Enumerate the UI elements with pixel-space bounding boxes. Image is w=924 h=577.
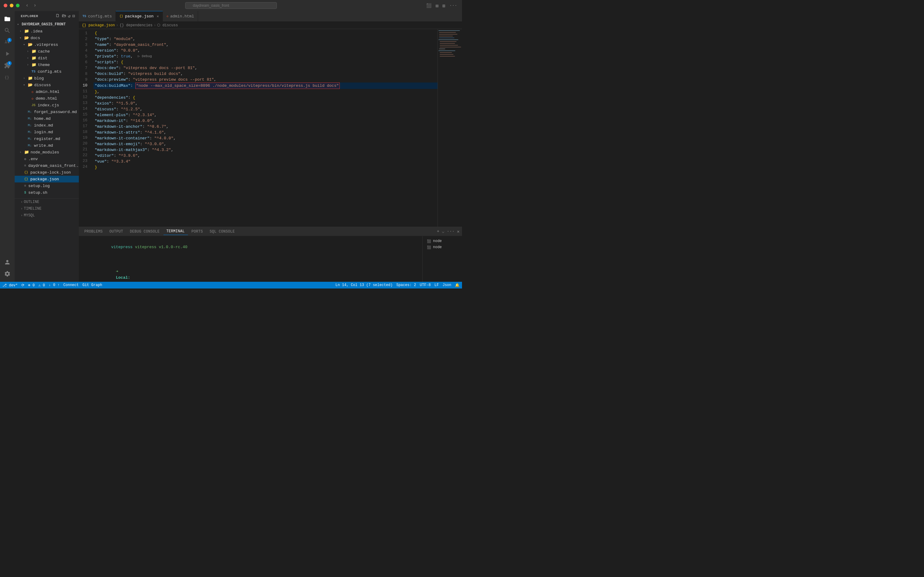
svg-rect-3 <box>439 34 457 34</box>
code-line-5: "private": true,▷ Debug <box>93 53 438 59</box>
terminal-split-icon[interactable]: ⌵ <box>442 229 444 234</box>
tab-terminal[interactable]: TERMINAL <box>163 228 188 235</box>
tree-item-index-md[interactable]: › M↓ index.md <box>14 122 79 129</box>
explorer-icon[interactable] <box>2 13 13 24</box>
breadcrumb-item-2[interactable]: {} dependencies <box>119 23 153 27</box>
tree-item-config-mts[interactable]: › TS config.mts <box>14 68 79 75</box>
minimize-button[interactable] <box>10 4 13 7</box>
breadcrumb-item-1[interactable]: {} package.json <box>82 23 115 27</box>
docs-folder-icon: 📂 <box>24 35 29 40</box>
layout-icon[interactable]: ▤ <box>435 2 439 9</box>
tree-item-write-md[interactable]: › M↓ write.md <box>14 142 79 149</box>
index-md-label: index.md <box>34 123 53 128</box>
new-file-icon[interactable]: 🗋 <box>55 13 60 19</box>
admin-html-label: admin.html <box>36 90 60 94</box>
git-publish[interactable]: ↓ 0 ↑ <box>48 283 60 287</box>
tree-item-node-modules[interactable]: › 📁 node_modules <box>14 149 79 156</box>
tree-item-blog[interactable]: › 📁 blog <box>14 75 79 82</box>
tab-admin-html[interactable]: ◇ admin.html <box>163 11 198 21</box>
add-terminal-icon[interactable]: + <box>437 229 439 234</box>
terminal-content[interactable]: vitepress vitepress v1.0.0-rc.40 ➜ Local… <box>79 236 422 282</box>
avatar-icon[interactable] <box>2 257 13 268</box>
tree-item-dist[interactable]: › 📁 dist <box>14 55 79 61</box>
tree-item-register-md[interactable]: › M↓ register.md <box>14 135 79 142</box>
breadcrumb-item-3[interactable]: ⬡ discuss <box>157 23 178 27</box>
code-line-17: "markdown-it-anchor": "^8.6.7", <box>93 124 438 130</box>
feedback-icon[interactable]: 🔔 <box>455 283 460 288</box>
line-endings[interactable]: LF <box>435 283 439 287</box>
panel-close-icon[interactable]: ✕ <box>457 229 460 234</box>
package-json-close-icon[interactable]: ✕ <box>157 14 159 19</box>
tab-config-mts[interactable]: TS config.mts <box>79 11 116 21</box>
mysql-panel[interactable]: › MYSQL <box>14 212 79 219</box>
tree-item-demo-html[interactable]: › ◇ demo.html <box>14 95 79 102</box>
line-num-15: 15 <box>79 111 89 118</box>
tree-item-forget-pwd[interactable]: › M↓ forget_password.md <box>14 108 79 115</box>
tree-item-log[interactable]: › ≡ daydream_oasis_front.log <box>14 162 79 169</box>
terminal-instance-1[interactable]: ⬛ node <box>425 238 460 244</box>
search-input[interactable] <box>185 2 277 9</box>
extensions-icon[interactable]: 1 <box>2 60 13 71</box>
connect-button[interactable]: Connect <box>63 283 79 287</box>
sidebar-toggle-icon[interactable]: ⬛ <box>425 2 433 9</box>
terminal-more-icon[interactable]: ··· <box>447 229 454 234</box>
tree-item-home-md[interactable]: › M↓ home.md <box>14 115 79 122</box>
code-content[interactable]: { "type": "module", "name": "daydream_oa… <box>91 29 438 227</box>
tab-output[interactable]: OUTPUT <box>106 228 126 235</box>
tree-item-env[interactable]: › ⚙ .env <box>14 156 79 162</box>
collapse-icon[interactable]: ⊟ <box>72 13 75 19</box>
panel-icon[interactable]: ▥ <box>441 2 446 9</box>
search-icon[interactable] <box>2 25 13 36</box>
forward-button[interactable]: › <box>32 2 38 9</box>
tab-debug-console[interactable]: DEBUG CONSOLE <box>127 228 163 235</box>
tree-item-theme[interactable]: › 📁 theme <box>14 61 79 68</box>
close-button[interactable] <box>4 4 7 7</box>
tree-item-package-lock[interactable]: › {} package-lock.json <box>14 169 79 176</box>
tree-item-docs[interactable]: ▾ 📂 docs <box>14 34 79 41</box>
back-button[interactable]: ‹ <box>24 2 30 9</box>
cursor-position[interactable]: Ln 14, Col 13 (7 selected) <box>335 283 393 287</box>
tree-item-setup-sh[interactable]: › $ setup.sh <box>14 189 79 196</box>
tree-root[interactable]: ▾ DAYDREAM_OASIS_FRONT <box>14 21 79 28</box>
tree-item-login-md[interactable]: › M↓ login.md <box>14 129 79 135</box>
git-sync[interactable]: ⟳ <box>21 283 24 288</box>
tree-item-package-json[interactable]: › {} package.json <box>14 176 79 182</box>
config-mts-tab-label: config.mts <box>88 14 112 19</box>
encoding-indicator[interactable]: UTF-8 <box>420 283 431 287</box>
git-branch[interactable]: ⎇ dev* <box>2 283 18 288</box>
source-control-icon[interactable]: 1 <box>2 37 13 48</box>
tab-sql-console[interactable]: SQL CONSOLE <box>206 228 238 235</box>
tab-ports[interactable]: PORTS <box>188 228 206 235</box>
tab-package-json[interactable]: {} package.json ✕ <box>116 11 163 21</box>
json-icon[interactable]: {} <box>2 71 13 82</box>
settings-icon[interactable] <box>2 268 13 279</box>
tree-item-vitepress[interactable]: ▾ 📂 .vitepress <box>14 41 79 48</box>
tree-item-index-cjs[interactable]: › JS index.cjs <box>14 102 79 108</box>
line-numbers: 123456789101112131415161718192021222324 <box>79 29 91 227</box>
maximize-button[interactable] <box>16 4 19 7</box>
outline-panel[interactable]: › OUTLINE <box>14 199 79 205</box>
warnings-count[interactable]: ⚠ 0 <box>39 283 45 288</box>
tab-problems[interactable]: PROBLEMS <box>81 228 106 235</box>
terminal-instance-2[interactable]: ⬛ node <box>425 244 460 250</box>
more-icon[interactable]: ··· <box>448 2 458 9</box>
errors-count[interactable]: ⊗ 0 <box>28 283 35 288</box>
theme-chevron: › <box>27 63 31 67</box>
refresh-icon[interactable]: ↺ <box>68 13 71 19</box>
titlebar-actions: ⬛ ▤ ▥ ··· <box>425 2 458 9</box>
tree-item-setup-log[interactable]: › ≡ setup.log <box>14 182 79 189</box>
new-folder-icon[interactable]: 🗁 <box>62 13 66 19</box>
search-bar[interactable]: 🔍 <box>185 2 277 9</box>
write-md-label: write.md <box>34 143 53 148</box>
line-num-10: 10 <box>79 82 89 88</box>
run-debug-icon[interactable] <box>2 48 13 59</box>
spaces-indicator[interactable]: Spaces: 2 <box>396 283 416 287</box>
language-mode[interactable]: Json <box>443 283 451 287</box>
tree-item-discuss[interactable]: ▾ 📂 discuss <box>14 82 79 88</box>
tree-item-idea[interactable]: › 📁 .idea <box>14 28 79 34</box>
timeline-panel[interactable]: › TIMELINE <box>14 205 79 212</box>
discuss-chevron: ▾ <box>23 83 27 87</box>
tree-item-admin-html[interactable]: › ◇ admin.html <box>14 88 79 95</box>
git-graph-button[interactable]: Git Graph <box>82 283 102 287</box>
tree-item-cache[interactable]: › 📁 cache <box>14 48 79 55</box>
